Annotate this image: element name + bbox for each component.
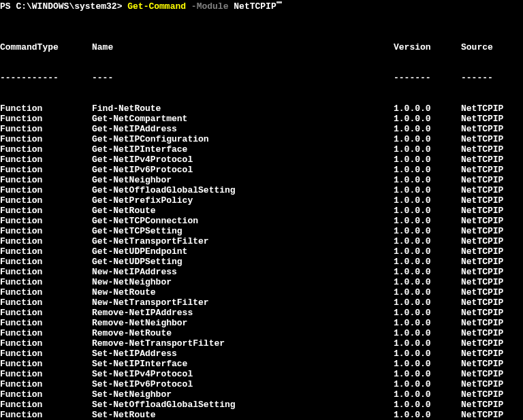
cell-name: Get-NetOffloadGlobalSetting bbox=[92, 185, 394, 195]
cell-name: Get-NetIPInterface bbox=[92, 144, 394, 155]
cell-name: New-NetIPAddress bbox=[92, 267, 394, 277]
cell-version: 1.0.0.0 bbox=[394, 297, 461, 308]
cell-commandtype: Function bbox=[0, 328, 92, 338]
cell-version: 1.0.0.0 bbox=[394, 338, 461, 349]
cell-commandtype: Function bbox=[0, 359, 92, 369]
cell-source: NetTCPIP bbox=[461, 257, 523, 267]
table-row: FunctionSet-NetIPv6Protocol1.0.0.0NetTCP… bbox=[0, 379, 523, 389]
cell-name: Get-NetRoute bbox=[92, 206, 394, 216]
header-version: Version bbox=[394, 42, 461, 52]
table-row: FunctionGet-NetIPv4Protocol1.0.0.0NetTCP… bbox=[0, 155, 523, 165]
cell-version: 1.0.0.0 bbox=[394, 246, 461, 257]
cell-version: 1.0.0.0 bbox=[394, 114, 461, 124]
cell-version: 1.0.0.0 bbox=[394, 185, 461, 195]
cell-version: 1.0.0.0 bbox=[394, 195, 461, 206]
cell-commandtype: Function bbox=[0, 226, 92, 236]
cell-source: NetTCPIP bbox=[461, 236, 523, 246]
cell-name: Get-NetTCPConnection bbox=[92, 216, 394, 226]
cell-source: NetTCPIP bbox=[461, 114, 523, 124]
cell-source: NetTCPIP bbox=[461, 246, 523, 257]
table-row: FunctionRemove-NetRoute1.0.0.0NetTCPIP bbox=[0, 328, 523, 338]
header-name: Name bbox=[92, 42, 394, 52]
cell-commandtype: Function bbox=[0, 103, 92, 114]
table-separator-row: ----------- ---- ------- ------ bbox=[0, 73, 523, 83]
cell-source: NetTCPIP bbox=[461, 297, 523, 308]
cell-name: Get-NetCompartment bbox=[92, 114, 394, 124]
cell-source: NetTCPIP bbox=[461, 103, 523, 114]
table-row: FunctionGet-NetTCPSetting1.0.0.0NetTCPIP bbox=[0, 226, 523, 236]
cell-version: 1.0.0.0 bbox=[394, 410, 461, 420]
cell-commandtype: Function bbox=[0, 410, 92, 420]
cell-name: Remove-NetNeighbor bbox=[92, 318, 394, 328]
cell-name: Get-NetPrefixPolicy bbox=[92, 195, 394, 206]
cell-commandtype: Function bbox=[0, 297, 92, 308]
table-row: FunctionGet-NetNeighbor1.0.0.0NetTCPIP bbox=[0, 175, 523, 185]
cell-name: New-NetRoute bbox=[92, 287, 394, 297]
cell-commandtype: Function bbox=[0, 144, 92, 155]
cell-commandtype: Function bbox=[0, 165, 92, 175]
cell-name: Set-NetIPInterface bbox=[92, 359, 394, 369]
cell-version: 1.0.0.0 bbox=[394, 144, 461, 155]
table-row: FunctionSet-NetIPInterface1.0.0.0NetTCPI… bbox=[0, 359, 523, 369]
cell-version: 1.0.0.0 bbox=[394, 359, 461, 369]
cell-source: NetTCPIP bbox=[461, 165, 523, 175]
table-row: FunctionSet-NetOffloadGlobalSetting1.0.0… bbox=[0, 400, 523, 410]
cell-source: NetTCPIP bbox=[461, 359, 523, 369]
table-row: FunctionFind-NetRoute1.0.0.0NetTCPIP bbox=[0, 103, 523, 114]
cell-commandtype: Function bbox=[0, 308, 92, 318]
cell-commandtype: Function bbox=[0, 195, 92, 206]
cell-version: 1.0.0.0 bbox=[394, 389, 461, 400]
cell-commandtype: Function bbox=[0, 287, 92, 297]
table-row: FunctionGet-NetIPv6Protocol1.0.0.0NetTCP… bbox=[0, 165, 523, 175]
cell-source: NetTCPIP bbox=[461, 349, 523, 359]
cell-name: Remove-NetRoute bbox=[92, 328, 394, 338]
cell-commandtype: Function bbox=[0, 318, 92, 328]
cell-name: Get-NetUDPEndpoint bbox=[92, 246, 394, 257]
cell-source: NetTCPIP bbox=[461, 155, 523, 165]
header-source: Source bbox=[461, 42, 523, 52]
prompt-line[interactable]: PS C:\WINDOWS\system32> Get-Command -Mod… bbox=[0, 1, 523, 12]
separator-version: ------- bbox=[394, 73, 461, 83]
cell-source: NetTCPIP bbox=[461, 267, 523, 277]
cell-version: 1.0.0.0 bbox=[394, 134, 461, 144]
text-cursor-icon bbox=[276, 1, 282, 3]
command-name: Get-Command bbox=[127, 1, 186, 12]
cell-commandtype: Function bbox=[0, 389, 92, 400]
cell-source: NetTCPIP bbox=[461, 175, 523, 185]
cell-version: 1.0.0.0 bbox=[394, 369, 461, 379]
separator-name: ---- bbox=[92, 73, 394, 83]
cell-name: Set-NetNeighbor bbox=[92, 389, 394, 400]
cell-version: 1.0.0.0 bbox=[394, 124, 461, 134]
cell-source: NetTCPIP bbox=[461, 389, 523, 400]
cell-commandtype: Function bbox=[0, 349, 92, 359]
cell-version: 1.0.0.0 bbox=[394, 175, 461, 185]
cell-commandtype: Function bbox=[0, 369, 92, 379]
table-row: FunctionGet-NetRoute1.0.0.0NetTCPIP bbox=[0, 206, 523, 216]
cell-source: NetTCPIP bbox=[461, 379, 523, 389]
table-row: FunctionGet-NetUDPSetting1.0.0.0NetTCPIP bbox=[0, 257, 523, 267]
cell-name: Get-NetTCPSetting bbox=[92, 226, 394, 236]
cell-commandtype: Function bbox=[0, 400, 92, 410]
table-row: FunctionNew-NetNeighbor1.0.0.0NetTCPIP bbox=[0, 277, 523, 287]
command-flag: -Module bbox=[186, 1, 234, 12]
table-row: FunctionGet-NetPrefixPolicy1.0.0.0NetTCP… bbox=[0, 195, 523, 206]
table-row: FunctionNew-NetRoute1.0.0.0NetTCPIP bbox=[0, 287, 523, 297]
separator-commandtype: ----------- bbox=[0, 73, 92, 83]
cell-version: 1.0.0.0 bbox=[394, 308, 461, 318]
cell-source: NetTCPIP bbox=[461, 318, 523, 328]
cell-source: NetTCPIP bbox=[461, 226, 523, 236]
output-table: CommandType Name Version Source --------… bbox=[0, 22, 523, 420]
cell-commandtype: Function bbox=[0, 155, 92, 165]
cell-version: 1.0.0.0 bbox=[394, 257, 461, 267]
cell-name: Get-NetIPConfiguration bbox=[92, 134, 394, 144]
table-row: FunctionGet-NetOffloadGlobalSetting1.0.0… bbox=[0, 185, 523, 195]
cell-commandtype: Function bbox=[0, 175, 92, 185]
table-row: FunctionGet-NetUDPEndpoint1.0.0.0NetTCPI… bbox=[0, 246, 523, 257]
table-row: FunctionSet-NetIPAddress1.0.0.0NetTCPIP bbox=[0, 349, 523, 359]
cell-source: NetTCPIP bbox=[461, 185, 523, 195]
cell-version: 1.0.0.0 bbox=[394, 267, 461, 277]
cell-name: New-NetNeighbor bbox=[92, 277, 394, 287]
table-header-row: CommandType Name Version Source bbox=[0, 42, 523, 52]
cell-version: 1.0.0.0 bbox=[394, 318, 461, 328]
cell-source: NetTCPIP bbox=[461, 134, 523, 144]
